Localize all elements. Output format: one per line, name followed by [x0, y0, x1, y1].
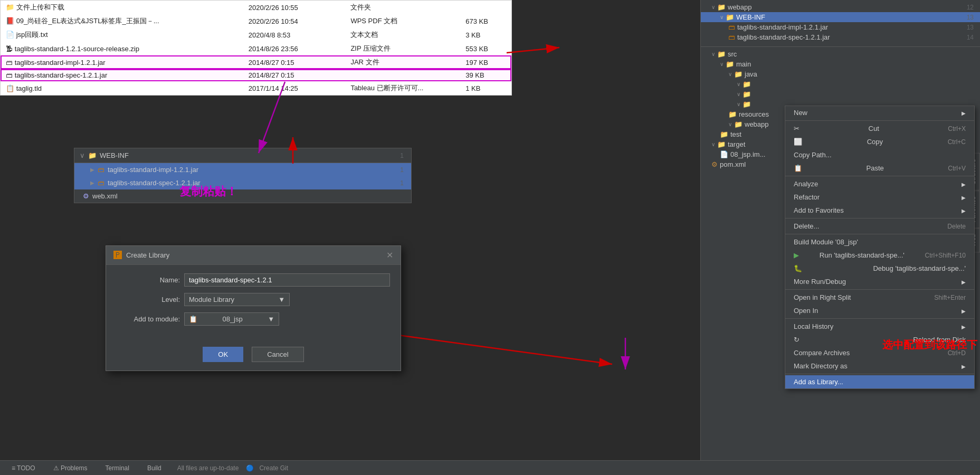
status-tab-problems[interactable]: ⚠ Problems	[47, 462, 94, 474]
file-row[interactable]: 📄 jsp回顾.txt 2020/4/8 8:53 文本文档 3 KB	[1, 28, 511, 42]
ctx-markdir-arrow	[957, 362, 966, 370]
dialog-title-label: Create Library	[126, 251, 169, 259]
folder-icon: 📁	[88, 151, 97, 159]
ctx-copypath[interactable]: Copy Path...	[785, 148, 974, 162]
status-tab-terminal[interactable]: Terminal	[99, 462, 136, 474]
tree-impl-jar[interactable]: 🗃 taglibs-standard-impl-1.2.1.jar 13	[701, 22, 980, 32]
ctx-favorites-arrow	[957, 206, 966, 214]
ctx-build[interactable]: Build Module '08_jsp'	[785, 235, 974, 249]
ctx-copy-label: Copy	[867, 138, 883, 146]
tree-webinf[interactable]: ∨ 📁 WEB-INF 13	[701, 12, 980, 22]
status-bar: ≡ TODO ⚠ Problems Terminal Build All fil…	[0, 460, 980, 475]
tree-src[interactable]: ∨ 📁 src	[701, 49, 980, 59]
ctx-morerun[interactable]: More Run/Debug	[785, 275, 974, 288]
file-icon-5: 🗃	[6, 71, 13, 79]
ctx-compare-label: Compare Archives	[794, 349, 850, 357]
tree-java[interactable]: ∨ 📁 java	[701, 69, 980, 79]
jar-icon-tree-2: 🗃	[728, 33, 735, 41]
status-tab-build[interactable]: Build	[141, 462, 168, 474]
ctx-sep-5	[785, 289, 974, 290]
ctx-copy[interactable]: ⬜ Copy Ctrl+C	[785, 135, 974, 148]
tree-main[interactable]: ∨ 📁 main	[701, 59, 980, 69]
ctx-refactor[interactable]: Refactor	[785, 191, 974, 204]
ctx-openin[interactable]: Open In	[785, 304, 974, 317]
webinf-xml-row[interactable]: ⚙ web.xml	[74, 189, 411, 203]
ctx-new[interactable]: New	[785, 106, 974, 119]
folder-sub2-icon: 📁	[743, 90, 751, 98]
ctx-markdir[interactable]: Mark Directory as	[785, 359, 974, 373]
impl-jar-label: taglibs-standard-impl-1.2.1.jar	[737, 23, 828, 31]
file-row[interactable]: 📕 09_尚硅谷_EL表达式&JSTL标签库_王振国－... 2020/2/26…	[1, 14, 511, 28]
ctx-favorites[interactable]: Add to Favorites	[785, 204, 974, 217]
file-type-4: JAR 文件	[345, 55, 460, 69]
ctx-rightsplit[interactable]: Open in Right Split Shift+Enter	[785, 291, 974, 304]
svg-line-2	[507, 48, 559, 53]
chevron-sub2: ∨	[737, 91, 740, 97]
module-select[interactable]: 📋 08_jsp ▼	[184, 312, 279, 326]
file-row[interactable]: 🗃 taglibs-standard-spec-1.2.1.jar 2014/8…	[1, 69, 511, 81]
ctx-openin-arrow	[957, 307, 966, 315]
bottom-annotation: 选中配置到该路径下	[882, 338, 977, 352]
ctx-sep-2	[785, 176, 974, 176]
file-name-5: taglibs-standard-spec-1.2.1.jar	[15, 71, 108, 79]
tree-webapp[interactable]: ∨ 📁 webapp 12	[701, 2, 980, 12]
ctx-delete[interactable]: Delete... Delete	[785, 220, 974, 233]
ctx-paste-icon: 📋	[794, 164, 802, 172]
ctx-analyze[interactable]: Analyze	[785, 177, 974, 191]
jar-icon-2: 🗃	[98, 179, 104, 187]
ctx-run-shortcut: Ctrl+Shift+F10	[925, 252, 966, 259]
ln-4: 14	[967, 34, 976, 41]
ctx-run[interactable]: ▶ Run 'taglibs-standard-spe...' Ctrl+Shi…	[785, 249, 974, 262]
name-label: Name:	[117, 276, 180, 284]
ctx-build-label: Build Module '08_jsp'	[794, 238, 858, 246]
ctx-localhistory[interactable]: Local History	[785, 320, 974, 333]
file-row[interactable]: 📁 文件上传和下载 2020/2/26 10:55 文件夹	[1, 1, 511, 14]
ctx-rightsplit-label: Open in Right Split	[794, 293, 851, 301]
dialog-close-button[interactable]: ✕	[386, 250, 393, 260]
webinf-row-impl[interactable]: ▶ 🗃 taglibs-standard-impl-1.2.1.jar 1	[74, 163, 411, 176]
level-select[interactable]: Module Library ▼	[184, 293, 290, 306]
file-date-5: 2014/8/27 0:15	[243, 69, 346, 81]
ctx-cut[interactable]: ✂ Cut Ctrl+X	[785, 122, 974, 135]
file-row[interactable]: 🗃 taglibs-standard-impl-1.2.1.jar 2014/8…	[1, 55, 511, 69]
webinf-panel: ∨ 📁 WEB-INF 1 ▶ 🗃 taglibs-standard-impl-…	[74, 148, 412, 203]
name-input[interactable]	[184, 273, 390, 287]
expand-arrow-2: ▶	[90, 180, 94, 186]
file-name-6: taglig.tld	[16, 84, 42, 92]
file-date-6: 2017/1/14 14:25	[243, 81, 346, 95]
file-name-4: taglibs-standard-impl-1.2.1.jar	[15, 59, 106, 66]
ln-1: 12	[967, 4, 976, 11]
ctx-sep-1	[785, 120, 974, 121]
file-row[interactable]: 🗜 taglibs-standard-1.2.1-source-release.…	[1, 42, 511, 55]
file-row[interactable]: 📋 taglig.tld 2017/1/14 14:25 Tableau 已断开…	[1, 81, 511, 95]
status-tab-todo[interactable]: ≡ TODO	[5, 462, 42, 474]
target-label: target	[728, 140, 745, 148]
ctx-paste-shortcut: Ctrl+V	[948, 165, 966, 172]
tree-sub-1[interactable]: ∨ 📁	[701, 79, 980, 89]
line-num-3: 1	[400, 179, 406, 187]
tree-sub-2[interactable]: ∨ 📁	[701, 89, 980, 99]
level-label: Level:	[117, 296, 180, 303]
file-type-3: ZIP 压缩文件	[345, 42, 460, 55]
folder-webapp-web-icon: 📁	[734, 120, 743, 128]
ctx-debug-label: Debug 'taglibs-standard-spe...'	[873, 264, 966, 272]
file-name-0: 文件上传和下载	[16, 3, 64, 11]
ctx-paste[interactable]: 📋 Paste Ctrl+V	[785, 162, 974, 175]
file-date-0: 2020/2/26 10:55	[243, 1, 346, 14]
tree-spec-jar[interactable]: 🗃 taglibs-standard-spec-1.2.1.jar 14	[701, 32, 980, 42]
ok-button[interactable]: OK	[203, 347, 243, 362]
test-label: test	[730, 130, 741, 138]
status-message: All files are up-to-date	[177, 464, 239, 472]
ctx-debug[interactable]: 🐛 Debug 'taglibs-standard-spe...'	[785, 262, 974, 275]
line-num-2: 1	[400, 166, 406, 174]
intellij-icon: 🅿	[113, 251, 122, 260]
file-size-6: 1 KB	[460, 81, 511, 95]
cancel-button[interactable]: Cancel	[252, 347, 303, 362]
ctx-addlib[interactable]: Add as Library...	[785, 375, 974, 388]
file-icon-3: 🗜	[6, 45, 13, 53]
chevron-java: ∨	[728, 71, 732, 77]
webinf-header: ∨ 📁 WEB-INF 1	[74, 148, 411, 163]
module-label: Add to module:	[117, 315, 180, 323]
webinf-row-spec[interactable]: ▶ 🗃 taglibs-standard-spec-1.2.1.jar 1	[74, 176, 411, 189]
webapp-web-label: webapp	[745, 120, 769, 128]
